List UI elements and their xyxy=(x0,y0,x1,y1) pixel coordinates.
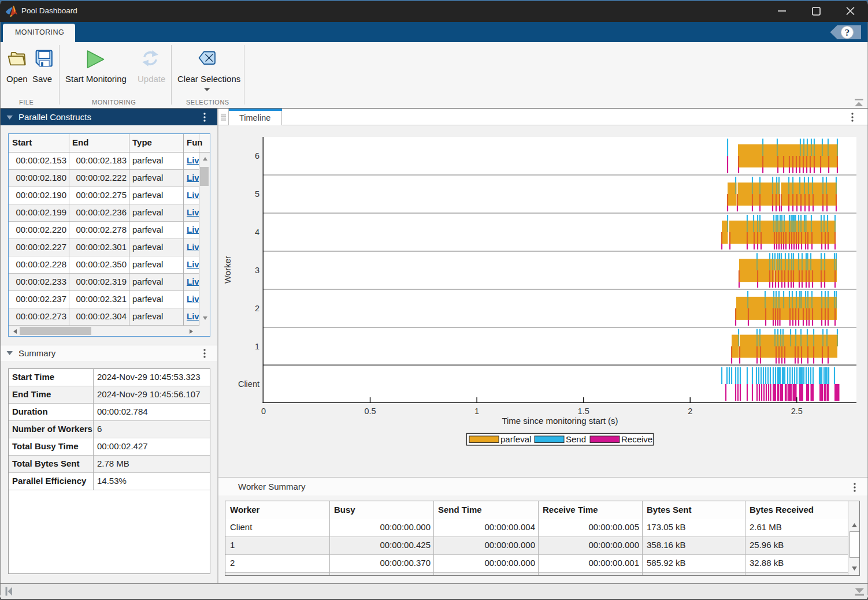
svg-text:?: ? xyxy=(845,27,850,38)
